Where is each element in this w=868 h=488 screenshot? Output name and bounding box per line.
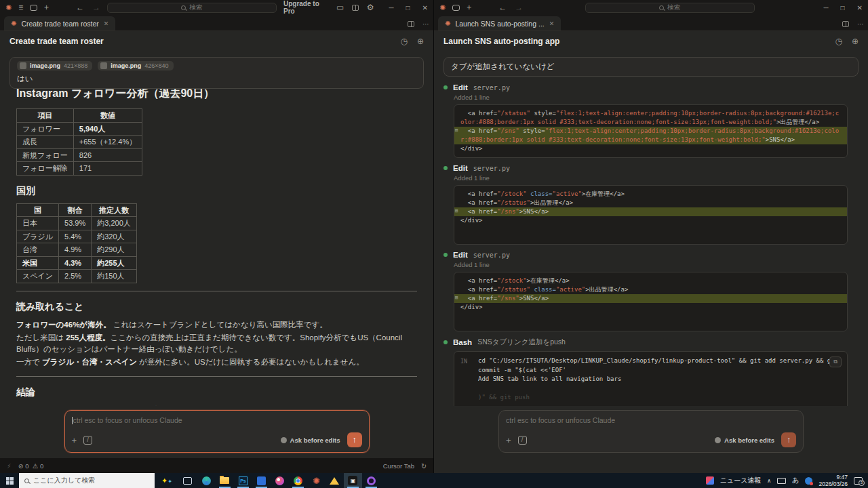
paragraph: 一方で ブラジル・台湾・スペイン が意外に多い。USだけに固執する必要はないかも… xyxy=(16,357,417,368)
back-arrow-icon[interactable]: ← xyxy=(498,3,507,12)
new-tab-plus-icon[interactable]: + xyxy=(44,3,49,12)
more-options-icon[interactable]: ⋯ xyxy=(857,20,864,28)
right-composer[interactable]: ctrl esc to focus or unfocus Claude + / … xyxy=(498,410,804,453)
edit-tool-row[interactable]: Editserver.py xyxy=(443,83,859,92)
maximize-button[interactable]: □ xyxy=(406,4,410,12)
notification-badge: 3 xyxy=(859,480,865,486)
menu-hamburger-icon[interactable]: ≡ xyxy=(18,3,23,12)
bash-terminal-block: IN cd "C:/Users/ITSUTA/Desktop/LINKUP_Cl… xyxy=(454,351,848,406)
split-view-icon[interactable] xyxy=(408,21,414,27)
tab-close-icon[interactable]: ✕ xyxy=(104,20,109,27)
minimize-button[interactable]: ─ xyxy=(389,4,393,12)
copilot-sparkle-icon[interactable]: ✦✦ xyxy=(161,476,172,485)
taskbar-app-file-explorer[interactable] xyxy=(216,473,234,488)
news-widget-icon[interactable] xyxy=(706,476,714,485)
taskbar-app-claude[interactable]: ✺ xyxy=(307,473,326,488)
copy-icon[interactable]: ⧉ xyxy=(829,357,842,367)
display-icon[interactable]: ▭ xyxy=(336,3,344,12)
new-chat-icon[interactable]: ⊕ xyxy=(852,37,859,46)
touch-keyboard-icon[interactable] xyxy=(777,478,786,484)
edit-tool-row[interactable]: Editserver.py xyxy=(443,164,859,172)
left-titlebar: ✺ ≡ + ← → 検索 Upgrade to Pro ▭ ⚙ xyxy=(0,0,433,15)
slash-command-icon[interactable]: / xyxy=(518,436,527,445)
maximize-button[interactable]: □ xyxy=(841,4,845,12)
taskbar-app-chrome[interactable] xyxy=(289,473,307,488)
more-options-icon[interactable]: ⋯ xyxy=(422,20,429,28)
taskbar-app-edge[interactable] xyxy=(197,473,216,488)
windows-taskbar: ここに入力して検索 ✦✦ Ps ✺ ▣ ニュース速報 ∧ あ 9:47 2026… xyxy=(0,473,868,488)
desktop-windows: ✺ ≡ + ← → 検索 Upgrade to Pro ▭ ⚙ xyxy=(0,0,868,473)
edit-tool-row[interactable]: Editserver.py xyxy=(443,251,859,259)
notification-center-icon[interactable]: 3 xyxy=(854,477,863,485)
upgrade-to-pro-link[interactable]: Upgrade to Pro xyxy=(283,0,328,15)
chat-bubble-icon[interactable] xyxy=(30,5,37,11)
attachment-chip[interactable]: image.png426×840 xyxy=(98,61,173,70)
close-button[interactable]: ✕ xyxy=(422,4,428,12)
taskbar-search-input[interactable]: ここに入力して検索 xyxy=(19,473,155,488)
history-clock-icon[interactable]: ◷ xyxy=(400,37,407,46)
tab-launch-sns-auto-posting[interactable]: ✺ Launch SNS auto-posting ... ✕ xyxy=(438,16,561,30)
titlebar-search-input[interactable]: 検索 xyxy=(585,3,755,13)
taskbar-app-google-drive[interactable] xyxy=(326,473,344,488)
attach-plus-icon[interactable]: + xyxy=(506,435,511,445)
diff-code-block[interactable]: <a href="/stock" class="active">在庫管理</a>… xyxy=(454,185,848,245)
slash-command-icon[interactable]: / xyxy=(83,436,92,445)
taskbar-app-purple[interactable] xyxy=(362,473,380,488)
send-button[interactable]: ↑ xyxy=(347,432,362,447)
problems-indicator[interactable]: ⊘ 0 ⚠ 0 xyxy=(18,462,44,470)
diff-code-block[interactable]: <a href="/status" style="flex:1;text-ali… xyxy=(454,104,848,158)
settings-gear-icon[interactable]: ⚙ xyxy=(367,3,374,12)
new-tab-plus-icon[interactable]: + xyxy=(467,3,471,12)
back-arrow-icon[interactable]: ← xyxy=(76,3,84,12)
taskbar-app-blue[interactable] xyxy=(252,473,271,488)
ime-indicator[interactable]: あ xyxy=(792,476,799,485)
tool-status-icon xyxy=(443,340,448,344)
windows-logo-icon xyxy=(6,477,14,485)
tab-close-icon[interactable]: ✕ xyxy=(549,20,555,27)
forward-arrow-icon[interactable]: → xyxy=(92,3,100,12)
minimize-button[interactable]: ─ xyxy=(823,4,828,12)
new-chat-icon[interactable]: ⊕ xyxy=(417,37,424,46)
tool-status-icon xyxy=(443,253,448,257)
conclusion-list: US市場の需要はまだ「ある」とは言えない段階。255人のフォロワーで月20set… xyxy=(31,405,417,407)
tab-create-trade-team-roster[interactable]: ✺ Create trade team roster ✕ xyxy=(4,16,115,30)
bash-tool-row[interactable]: Bash SNSタブリンク追加をpush xyxy=(443,338,859,347)
notifications-bell-icon[interactable]: ↻ xyxy=(421,462,427,470)
split-view-icon[interactable] xyxy=(842,21,849,27)
close-button[interactable]: ✕ xyxy=(857,4,863,12)
right-scrollarea[interactable]: タブが追加されていないけど Editserver.pyAdded 1 line … xyxy=(443,52,859,406)
history-clock-icon[interactable]: ◷ xyxy=(835,37,842,46)
table-row: フォロワー5,940人 xyxy=(17,122,142,136)
remote-icon[interactable]: ⚡ xyxy=(7,462,12,470)
tab-favicon-icon: ✺ xyxy=(11,20,16,27)
taskbar-app-photoshop[interactable]: Ps xyxy=(234,473,252,488)
attach-plus-icon[interactable]: + xyxy=(72,435,77,445)
table-row: フォロー解除171 xyxy=(17,162,142,176)
right-content: タブが追加されていないけど Editserver.pyAdded 1 line … xyxy=(434,52,868,473)
cursor-tab-label[interactable]: Cursor Tab xyxy=(383,462,414,470)
terminal-line: cd "C:/Users/ITSUTA/Desktop/LINKUP_Claud… xyxy=(478,357,841,375)
news-widget-label[interactable]: ニュース速報 xyxy=(720,476,762,485)
permission-mode-button[interactable]: Ask before edits xyxy=(281,436,340,444)
attachment-chip[interactable]: image.png421×888 xyxy=(17,61,92,70)
divider xyxy=(16,376,417,377)
send-button[interactable]: ↑ xyxy=(781,432,796,447)
taskbar-clock[interactable]: 9:47 2026/03/26 xyxy=(818,474,848,487)
taskbar-app-cursor[interactable]: ▣ xyxy=(344,473,362,488)
tray-chevron-icon[interactable]: ∧ xyxy=(767,478,771,484)
titlebar-search-input[interactable]: 検索 xyxy=(107,3,277,13)
bash-in-label: IN xyxy=(460,357,478,403)
onedrive-icon[interactable] xyxy=(805,477,812,485)
diff-code-block[interactable]: <a href="/stock">在庫管理</a> <a href="/stat… xyxy=(454,272,848,331)
search-icon xyxy=(659,5,664,10)
left-scrollarea[interactable]: image.png421×888image.png426×840 はい Inst… xyxy=(9,52,424,406)
task-view-icon[interactable] xyxy=(183,477,192,485)
panel-layout-icon[interactable] xyxy=(352,5,358,11)
left-composer[interactable]: ctrl esc to focus or unfocus Claude + / … xyxy=(64,410,370,453)
start-button[interactable] xyxy=(0,477,19,485)
insights-paragraphs: フォロワーの46%が海外。 これはスケートブランドとしてはかなり高い国際比率です… xyxy=(16,319,417,369)
taskbar-app-pink[interactable] xyxy=(271,473,289,488)
chat-bubble-icon[interactable] xyxy=(452,5,460,11)
forward-arrow-icon[interactable]: → xyxy=(515,3,523,12)
permission-mode-button[interactable]: Ask before edits xyxy=(715,436,774,444)
